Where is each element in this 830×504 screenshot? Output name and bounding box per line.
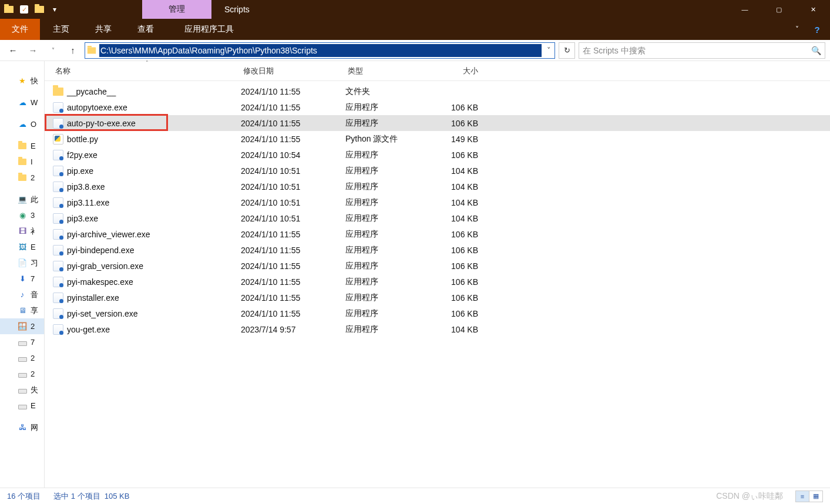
file-row[interactable]: bottle.py2024/1/10 11:55Python 源文件149 KB [45,131,830,147]
ribbon-tab-app-tools[interactable]: 应用程序工具 [172,19,247,40]
exe-icon [53,245,63,256]
file-row[interactable]: pip3.11.exe2024/1/10 10:51应用程序104 KB [45,194,830,210]
file-row[interactable]: pip3.exe2024/1/10 10:51应用程序104 KB [45,210,830,226]
ribbon-tab-share[interactable]: 共享 [82,19,125,40]
column-type[interactable]: 类型 [345,61,434,80]
column-date[interactable]: 修改日期 [241,61,345,80]
sidebar-item[interactable]: 🖧网 [0,419,44,435]
sidebar-item[interactable]: ☁O [0,116,44,132]
recent-locations-icon[interactable]: ˅ [45,42,61,59]
file-name: pyi-makespec.exe [67,277,133,287]
file-type: 应用程序 [345,197,378,208]
ribbon-tab-file[interactable]: 文件 [0,19,40,40]
search-input[interactable] [583,46,811,55]
column-size[interactable]: 大小 [434,61,483,80]
sidebar-item[interactable]: 失 [0,382,44,398]
icons-view-button[interactable]: ▦ [809,490,823,502]
sidebar-item[interactable]: 💻此 [0,191,44,207]
collapse-ribbon-icon[interactable]: ˅ [790,22,804,36]
sidebar-item[interactable]: 🖼E [0,239,44,255]
file-row[interactable]: f2py.exe2024/1/10 10:54应用程序106 KB [45,147,830,163]
file-row[interactable]: you-get.exe2023/7/14 9:57应用程序104 KB [45,321,830,337]
qat-dropdown-icon[interactable]: ▾ [49,4,60,15]
sidebar-item[interactable]: 2 [0,170,44,186]
file-row[interactable]: pyi-makespec.exe2024/1/10 11:55应用程序106 K… [45,274,830,290]
python-icon [53,134,63,145]
address-bar[interactable]: ˅ [85,42,555,59]
file-row[interactable]: pip.exe2024/1/10 10:51应用程序104 KB [45,163,830,179]
file-row[interactable]: pyi-bindepend.exe2024/1/10 11:55应用程序106 … [45,242,830,258]
sidebar-item[interactable]: 7 [0,334,44,350]
sidebar-item[interactable]: E [0,138,44,154]
selection-info: 选中 1 个项目 105 KB [53,491,129,502]
sidebar-item[interactable]: ♪音 [0,287,44,303]
exe-icon [53,308,63,319]
sidebar-item[interactable]: E [0,398,44,414]
contextual-tab-manage[interactable]: 管理 [142,0,211,19]
file-row[interactable]: pyi-set_version.exe2024/1/10 11:55应用程序10… [45,305,830,321]
file-row[interactable]: __pycache__2024/1/10 11:55文件夹 [45,83,830,99]
sidebar-item-label: 失 [31,385,38,395]
sidebar-item[interactable]: ★快 [0,73,44,89]
file-rows[interactable]: __pycache__2024/1/10 11:55文件夹autopytoexe… [45,81,830,488]
file-type: 应用程序 [345,293,378,303]
sidebar-item[interactable]: 2 [0,350,44,366]
sidebar-item[interactable]: 2 [0,366,44,382]
exe-icon [53,118,63,129]
navigation-bar: ← → ˅ ↑ ˅ ↻ 🔍 [0,40,830,61]
sidebar-item[interactable]: ◉3 [0,207,44,223]
file-row[interactable]: pyi-archive_viewer.exe2024/1/10 11:55应用程… [45,226,830,242]
exe-icon [53,197,63,208]
sidebar-item[interactable]: ☁W [0,95,44,110]
ribbon-tab-home[interactable]: 主页 [40,19,82,40]
sidebar-item[interactable]: 📄习 [0,255,44,271]
file-row[interactable]: pip3.8.exe2024/1/10 10:51应用程序104 KB [45,179,830,194]
forward-button[interactable]: → [25,42,41,59]
folder-icon [53,86,63,97]
folder-icon[interactable] [34,4,45,15]
close-button[interactable]: ✕ [796,0,830,19]
search-box[interactable]: 🔍 [579,42,825,59]
file-row[interactable]: pyi-grab_version.exe2024/1/10 11:55应用程序1… [45,258,830,274]
file-size: 106 KB [451,103,478,112]
help-icon[interactable]: ? [810,22,824,36]
column-headers[interactable]: ˄ 名称 修改日期 类型 大小 [45,61,830,81]
file-date: 2024/1/10 11:55 [241,309,300,318]
file-date: 2024/1/10 11:55 [241,135,300,144]
address-dropdown-icon[interactable]: ˅ [543,46,555,55]
folder-icon[interactable] [4,4,14,15]
sidebar-item[interactable]: 🖥享 [0,303,44,318]
maximize-button[interactable]: ▢ [762,0,796,19]
minimize-button[interactable]: — [728,0,762,19]
file-size: 106 KB [451,246,478,255]
sidebar-item[interactable]: 🎞衤 [0,223,44,239]
sidebar-item[interactable]: I [0,154,44,170]
back-button[interactable]: ← [5,42,21,59]
refresh-button[interactable]: ↻ [559,42,575,59]
sidebar-item-label: 2 [31,369,35,378]
sidebar-item[interactable]: ⬇7 [0,271,44,287]
sidebar-item[interactable]: 🪟2 [0,318,44,334]
address-input[interactable] [99,44,542,57]
file-size: 104 KB [451,325,478,334]
up-button[interactable]: ↑ [65,42,81,59]
sidebar-item-label: 7 [31,274,35,283]
file-row[interactable]: autopytoexe.exe2024/1/10 11:55应用程序106 KB [45,99,830,115]
file-type: 应用程序 [345,166,378,176]
file-name: pip3.exe [67,214,98,223]
titlebar: ✓ ▾ 管理 Scripts — ▢ ✕ [0,0,830,19]
file-type: 应用程序 [345,213,378,224]
sidebar-item-label: W [31,98,38,107]
file-row[interactable]: auto-py-to-exe.exe2024/1/10 11:55应用程序106… [45,115,830,131]
column-name[interactable]: ˄ 名称 [53,61,241,80]
folder-icon [85,47,98,54]
navigation-pane[interactable]: ★快☁W☁OEI2💻此◉3🎞衤🖼E📄习⬇7♪音🖥享🪟2722失E🖧网 [0,61,45,488]
ribbon-tab-view[interactable]: 查看 [125,19,167,40]
properties-icon[interactable]: ✓ [19,4,29,15]
details-view-button[interactable]: ≡ [795,490,809,502]
sidebar-item-label: 此 [31,194,38,205]
search-icon[interactable]: 🔍 [811,46,821,55]
file-row[interactable]: pyinstaller.exe2024/1/10 11:55应用程序106 KB [45,290,830,305]
exe-icon [53,229,63,240]
sidebar-item-label: 7 [31,338,35,347]
